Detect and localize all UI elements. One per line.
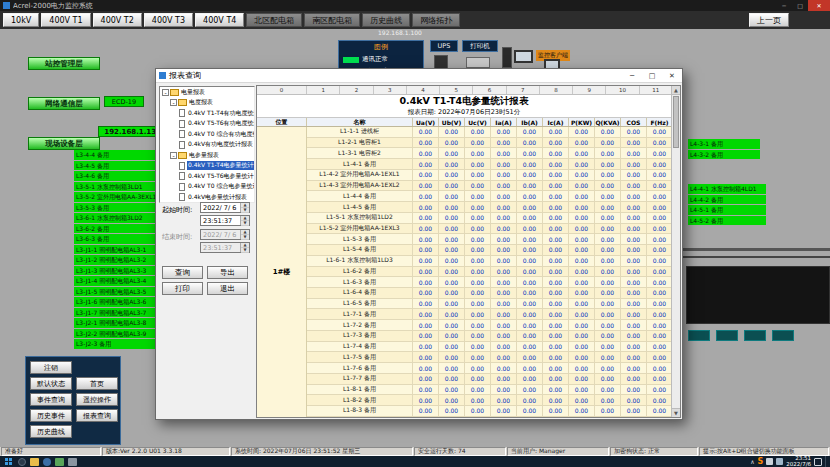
toolbar-tab[interactable]: 网络拓扑 — [412, 13, 460, 27]
device-list-item[interactable]: L4-5-2 备用 — [688, 216, 766, 226]
tree-item[interactable]: 0.4kV T5-T6电参量统计 — [160, 171, 254, 182]
column-header[interactable]: Q(KVA) — [595, 118, 621, 126]
device-list-item[interactable]: L3-J2-3 备用 — [74, 339, 162, 349]
tree-item[interactable]: -电参量报表 — [160, 150, 254, 161]
table-row[interactable]: L1-5-4 备用0.000.000.000.000.000.000.000.0… — [307, 245, 671, 256]
table-row[interactable]: L1-8-3 备用0.000.000.000.000.000.000.000.0… — [307, 406, 671, 417]
column-number[interactable]: 2 — [340, 86, 373, 94]
column-number[interactable]: 11 — [640, 86, 671, 94]
device-list-item[interactable]: L3-6-3 备用 — [74, 234, 162, 244]
expander-icon[interactable]: - — [162, 89, 169, 96]
device-list-item[interactable]: L3-J1-2 照明配电箱AL3-2 — [74, 255, 162, 265]
table-row[interactable]: L1-6-2 备用0.000.000.000.000.000.000.000.0… — [307, 267, 671, 278]
panel-button[interactable]: 注销 — [30, 361, 72, 374]
device-list-item[interactable]: L3-5-2 室外用电箱AA-3EXL1 — [74, 192, 162, 202]
device-list-item[interactable]: L3-J2-1 照明配电箱AL3-8 — [74, 318, 162, 328]
table-row[interactable]: L1-5-3 备用0.000.000.000.000.000.000.000.0… — [307, 234, 671, 245]
scroll-down-icon[interactable]: ▼ — [672, 408, 680, 417]
device-list-item[interactable]: L3-J2-2 照明配电箱AL3-9 — [74, 329, 162, 339]
device-list-item[interactable]: L3-6-1 水泵控制箱3LD2 — [74, 213, 162, 223]
toolbar-tab[interactable]: 历史曲线 — [362, 13, 410, 27]
minimize-button[interactable]: ─ — [776, 0, 792, 11]
dialog-close-button[interactable]: ✕ — [662, 69, 682, 82]
toolbar-tab[interactable]: 400V T2 — [93, 13, 142, 27]
device-list-item[interactable]: L3-J1-7 照明配电箱AL3-7 — [74, 308, 162, 318]
table-row[interactable]: L1-7-2 备用0.000.000.000.000.000.000.000.0… — [307, 320, 671, 331]
device-list-item[interactable]: L3-6-2 备用 — [74, 224, 162, 234]
column-number[interactable]: 3 — [374, 86, 407, 94]
maximize-button[interactable]: □ — [792, 0, 808, 11]
scroll-up-icon[interactable]: ▲ — [672, 86, 680, 95]
toolbar-tab[interactable]: 400V T4 — [195, 13, 244, 27]
table-row[interactable]: L1-4-3 室外用电箱AA-1EXL20.000.000.000.000.00… — [307, 181, 671, 192]
tree-item[interactable]: 0.4kV T1-T4有功电度统计 — [160, 108, 254, 119]
layer-button-network[interactable]: 网络通信层 — [28, 97, 100, 110]
column-number[interactable]: 5 — [440, 86, 473, 94]
panel-button[interactable]: 首页 — [76, 377, 118, 390]
table-row[interactable]: L1-6-4 备用0.000.000.000.000.000.000.000.0… — [307, 288, 671, 299]
tree-item[interactable]: 0.4kV T0 综合有功电度统计 — [160, 129, 254, 140]
tree-item[interactable]: -电度报表 — [160, 98, 254, 109]
column-header[interactable]: Ic(A) — [543, 118, 569, 126]
column-number[interactable]: 6 — [473, 86, 506, 94]
device-list-item[interactable]: L4-4-1 水泵控制箱4LD1 — [688, 184, 766, 194]
start-date-spinner[interactable]: ▲▼ — [240, 203, 249, 212]
table-row[interactable]: L1-8-2 备用0.000.000.000.000.000.000.000.0… — [307, 395, 671, 406]
tree-item[interactable]: 0.4kV T1-T4电参量统计 — [160, 161, 254, 172]
close-button[interactable]: ✕ — [808, 0, 830, 11]
column-header[interactable]: 名称 — [307, 118, 413, 126]
device-list-item[interactable]: L4-3-1 备用 — [688, 139, 760, 149]
dialog-maximize-button[interactable]: □ — [642, 69, 662, 82]
table-row[interactable]: L1-7-1 备用0.000.000.000.000.000.000.000.0… — [307, 309, 671, 320]
start-time-field[interactable]: 23:51:37 ▲▼ — [200, 215, 250, 226]
panel-button[interactable]: 遥控操作 — [76, 393, 118, 406]
device-list-item[interactable]: L4-5-1 备用 — [688, 205, 766, 215]
toolbar-tab[interactable]: 北区配电箱 — [246, 13, 302, 27]
layer-button-field[interactable]: 现场设备层 — [28, 137, 100, 150]
tree-item[interactable]: -电量报表 — [160, 87, 254, 98]
search-icon[interactable] — [18, 458, 26, 466]
device-list-item[interactable]: L3-J1-5 照明配电箱AL3-5 — [74, 287, 162, 297]
file-explorer-icon[interactable] — [30, 458, 39, 466]
start-date-field[interactable]: 2022/ 7/ 6 ▲▼ — [200, 202, 250, 213]
device-list-item[interactable]: L3-4-5 备用 — [74, 161, 162, 171]
table-row[interactable]: L1-7-5 备用0.000.000.000.000.000.000.000.0… — [307, 352, 671, 363]
dialog-button-1[interactable]: 查询 — [162, 266, 203, 279]
start-button[interactable] — [0, 456, 16, 467]
column-header[interactable]: P(KW) — [569, 118, 595, 126]
table-row[interactable]: L1-7-3 备用0.000.000.000.000.000.000.000.0… — [307, 331, 671, 342]
dialog-button-2[interactable]: 导出 — [207, 266, 248, 279]
table-row[interactable]: L1-4-5 备用0.000.000.000.000.000.000.000.0… — [307, 202, 671, 213]
device-list-item[interactable]: L3-5-3 备用 — [74, 203, 162, 213]
table-row[interactable]: L1-7-6 备用0.000.000.000.000.000.000.000.0… — [307, 363, 671, 374]
panel-button[interactable]: 默认状态 — [30, 377, 72, 390]
tree-item[interactable]: 0.4kV T5-T6有功电度统计 — [160, 119, 254, 130]
table-row[interactable]: L1-2-1 电容柜10.000.000.000.000.000.000.000… — [307, 138, 671, 149]
table-row[interactable]: L1-4-2 室外用电箱AA-1EXL10.000.000.000.000.00… — [307, 170, 671, 181]
column-number[interactable]: 7 — [507, 86, 540, 94]
back-button[interactable]: 上一页 — [749, 13, 789, 27]
table-row[interactable]: L1-5-2 室外用电箱AA-1EXL30.000.000.000.000.00… — [307, 224, 671, 235]
device-list-item[interactable]: L3-J1-6 照明配电箱AL3-6 — [74, 297, 162, 307]
dialog-titlebar[interactable]: 报表查询 ─ □ ✕ — [156, 69, 682, 83]
table-row[interactable]: L1-6-3 备用0.000.000.000.000.000.000.000.0… — [307, 277, 671, 288]
app-icon-1[interactable] — [55, 458, 64, 466]
browser-icon[interactable] — [43, 458, 51, 466]
column-header[interactable]: Uc(V) — [465, 118, 491, 126]
tray-chevron-icon[interactable]: ∧ — [750, 458, 754, 465]
layer-button-station[interactable]: 站控管理层 — [28, 57, 100, 70]
panel-button[interactable]: 事件查询 — [30, 393, 72, 406]
panel-button[interactable]: 历史曲线 — [30, 425, 72, 438]
table-row[interactable]: L1-6-1 水泵控制箱1LD30.000.000.000.000.000.00… — [307, 256, 671, 267]
column-number[interactable]: 0 — [257, 86, 307, 94]
column-header[interactable]: Ib(A) — [517, 118, 543, 126]
device-list-item[interactable]: L4-4-2 备用 — [688, 195, 766, 205]
scroll-thumb[interactable] — [673, 96, 679, 148]
toolbar-tab[interactable]: 南区配电箱 — [304, 13, 360, 27]
network-icon[interactable] — [776, 458, 783, 465]
column-header[interactable]: F(Hz) — [647, 118, 671, 126]
column-header[interactable]: 位置 — [257, 118, 307, 126]
table-row[interactable]: L1-8-1 备用0.000.000.000.000.000.000.000.0… — [307, 385, 671, 396]
panel-button[interactable]: 历史事件 — [30, 409, 72, 422]
table-row[interactable]: L1-5-1 水泵控制箱1LD20.000.000.000.000.000.00… — [307, 213, 671, 224]
